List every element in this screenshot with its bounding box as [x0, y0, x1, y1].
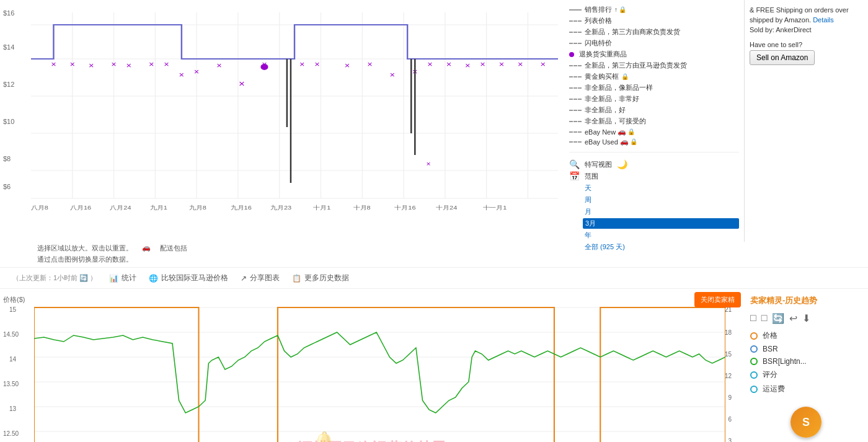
have-one-text: Have one to sell? — [750, 41, 863, 48]
price-y-125: 12.50 — [3, 430, 19, 437]
weibo-logo: 🔔 — [312, 430, 335, 442]
note1: 选择区域以放大。双击以重置。 — [37, 244, 133, 253]
toolbar: （上次更新：1小时前 🔄 ） 📊 统计 🌐 比较国际亚马逊价格 ↗ 分享图表 📋… — [0, 267, 868, 289]
legend-bsr-label: BSR — [763, 345, 778, 353]
range-row: 📅 范围 — [569, 171, 739, 181]
y-label-14: $14 — [3, 43, 14, 51]
legend-like-new[interactable]: 非全新品，像新品一样 — [569, 83, 739, 92]
svg-rect-70 — [600, 307, 725, 442]
legend-label: 全新品，第三方由商家负责发货 — [585, 27, 680, 37]
seller-genie-logo: S — [750, 407, 862, 438]
icon-download[interactable]: ⬇ — [802, 312, 810, 324]
legend-ebay-new[interactable]: eBay New 🚗 🔒 — [569, 128, 739, 136]
legend-label: 退换货实重商品 — [579, 50, 627, 59]
svg-text:×: × — [499, 60, 505, 68]
legend-label: 全新品，第三方由亚马逊负责发货 — [585, 61, 687, 70]
legend-returned[interactable]: 退换货实重商品 — [569, 50, 739, 59]
legend-label: eBay Used — [585, 138, 618, 146]
svg-text:八月8: 八月8 — [31, 205, 48, 211]
time-btn-year[interactable]: 年 — [583, 230, 739, 241]
legend-label: 销售排行 — [585, 5, 612, 14]
seller-tools-panel: 卖家精灵-历史趋势 □ □ 🔄 ↩ ⬇ 价格 BSR — [744, 289, 868, 442]
legend-good[interactable]: 非全新品，好 — [569, 105, 739, 115]
shipped-by: shipped by Amazon. Details — [750, 16, 863, 24]
y-label-16: $16 — [3, 9, 14, 17]
bsr-y-9: 9 — [728, 394, 732, 401]
legend-flash-deal[interactable]: 闪电特价 — [569, 38, 739, 48]
svg-text:九月1: 九月1 — [150, 205, 167, 211]
svg-point-48 — [260, 64, 268, 70]
legend-label: 闪电特价 — [585, 38, 612, 48]
legend-sales-rank[interactable]: 销售排行 ↑ 🔒 — [569, 5, 739, 14]
compare-button[interactable]: 🌐 比较国际亚马逊价格 — [149, 273, 228, 283]
time-btn-week[interactable]: 周 — [583, 195, 739, 205]
svg-text:八月16: 八月16 — [70, 205, 91, 211]
svg-text:×: × — [51, 60, 56, 68]
svg-text:十月16: 十月16 — [395, 205, 416, 211]
svg-text:×: × — [427, 60, 433, 68]
bottom-legend-bsr-lightning[interactable]: BSR[Lightn... — [750, 357, 862, 366]
sell-on-amazon-button[interactable]: Sell on Amazon — [750, 50, 815, 65]
icon-refresh[interactable]: 🔄 — [772, 312, 784, 324]
bsr-y-15: 15 — [725, 351, 732, 358]
share-button[interactable]: ↗ 分享图表 — [241, 273, 280, 283]
svg-rect-68 — [34, 307, 198, 442]
svg-text:×: × — [149, 60, 154, 68]
svg-text:×: × — [427, 161, 431, 167]
svg-text:十月1: 十月1 — [313, 205, 330, 211]
icon-back[interactable]: ↩ — [789, 312, 797, 324]
legend-buybox[interactable]: 黄金购买框 🔒 — [569, 72, 739, 81]
svg-rect-69 — [278, 307, 554, 442]
legend-ebay-used[interactable]: eBay Used 🚗 🔒 — [569, 138, 739, 146]
legend-list-price[interactable]: 列表价格 — [569, 16, 739, 25]
chart-notes: 选择区域以放大。双击以重置。 🚗 配送包括 — [0, 242, 868, 255]
legend-new-amazon[interactable]: 全新品，第三方由亚马逊负责发货 — [569, 61, 739, 70]
refresh-icon[interactable]: 🔄 — [79, 274, 88, 281]
more-history-button[interactable]: 📋 更多历史数据 — [292, 273, 349, 283]
svg-text:×: × — [345, 61, 350, 69]
legend-label: 非全新品，可接受的 — [585, 117, 646, 126]
legend-very-good[interactable]: 非全新品，非常好 — [569, 94, 739, 104]
svg-text:×: × — [164, 60, 169, 68]
time-btn-month[interactable]: 月 — [583, 206, 739, 217]
svg-text:×: × — [446, 60, 452, 68]
bottom-section: 价格($) BSR排名 15 14.50 14 13.50 13 12.50 2… — [0, 289, 868, 442]
top-chart-svg: × × × × × × × × × × × × × × × × × — [31, 12, 558, 211]
svg-text:十一月1: 十一月1 — [483, 205, 507, 211]
svg-text:八月24: 八月24 — [110, 205, 131, 211]
shipping-text: & FREE Shipping on orders over — [750, 5, 863, 16]
y-label-6: $6 — [3, 183, 11, 190]
svg-text:×: × — [540, 60, 546, 68]
bottom-legend-bsr[interactable]: BSR — [750, 345, 862, 353]
bottom-legend-shipping[interactable]: 运运费 — [750, 384, 862, 394]
top-chart-area: $16 $14 $12 $10 $8 $6 — [0, 0, 564, 242]
svg-text:×: × — [465, 61, 471, 69]
y-label-12: $12 — [3, 81, 14, 88]
bsr-y-3: 3 — [728, 438, 732, 442]
bottom-legend-rating[interactable]: 评分 — [750, 369, 862, 380]
legend-label: 非全新品，好 — [585, 105, 626, 115]
legend-price-label: 价格 — [763, 330, 777, 341]
note3: 通过点击图例切换显示的数据。 — [37, 255, 133, 263]
stats-button[interactable]: 📊 统计 — [109, 273, 136, 283]
sold-by: Sold by: AnkerDirect — [750, 26, 863, 33]
icon-square2[interactable]: □ — [761, 312, 768, 324]
legend-new-3p[interactable]: 全新品，第三方由商家负责发货 — [569, 27, 739, 37]
svg-text:十月8: 十月8 — [353, 205, 371, 211]
legend-label: eBay New — [585, 128, 616, 136]
legend-acceptable[interactable]: 非全新品，可接受的 — [569, 117, 739, 126]
chart-note3: 通过点击图例切换显示的数据。 — [0, 255, 868, 267]
legend-rating-label: 评分 — [763, 369, 777, 380]
time-btn-day[interactable]: 天 — [583, 183, 739, 193]
svg-text:十月24: 十月24 — [436, 205, 457, 211]
close-seller-button[interactable]: 关闭卖家精 — [694, 292, 741, 307]
svg-text:×: × — [179, 71, 185, 79]
time-btn-3month[interactable]: 3月 — [583, 218, 739, 229]
close-seller-button-wrap: 关闭卖家精 — [694, 292, 741, 307]
svg-text:×: × — [480, 60, 485, 68]
details-link[interactable]: Details — [813, 16, 834, 24]
macro-view-row: 🔍 特写视图 🌙 — [569, 159, 739, 169]
icon-square1[interactable]: □ — [750, 312, 756, 324]
svg-text:×: × — [194, 68, 200, 76]
bottom-legend-price[interactable]: 价格 — [750, 330, 862, 341]
